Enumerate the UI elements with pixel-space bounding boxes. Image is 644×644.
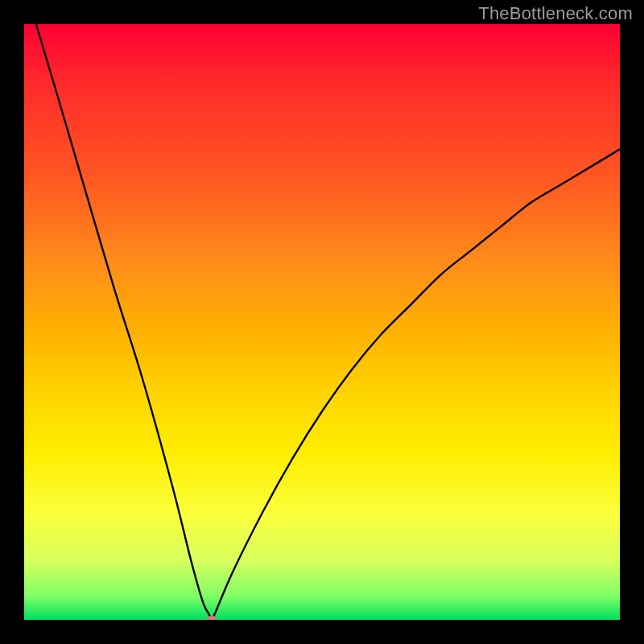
chart-frame: TheBottleneck.com xyxy=(0,0,644,644)
watermark-text: TheBottleneck.com xyxy=(478,3,633,24)
bottleneck-curve xyxy=(24,24,620,620)
minimum-marker-icon xyxy=(206,616,217,620)
plot-area xyxy=(24,24,620,620)
